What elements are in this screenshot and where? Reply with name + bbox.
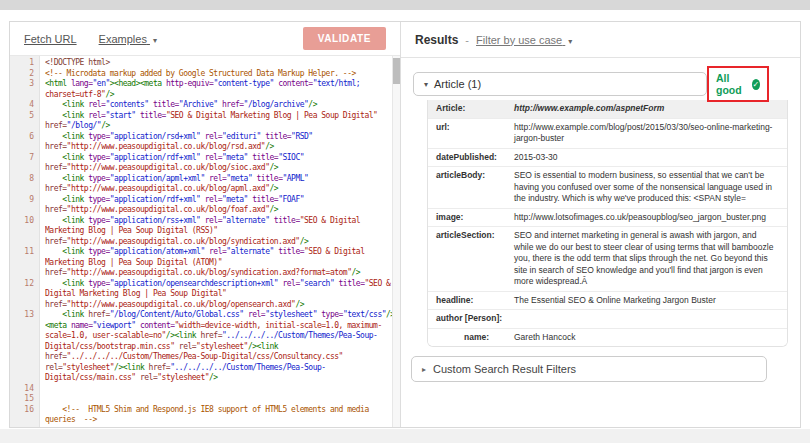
property-label: articleSection: bbox=[428, 230, 514, 288]
line-number: 2 bbox=[10, 69, 40, 80]
line-number: 14 bbox=[10, 384, 40, 395]
line-number: 3 bbox=[10, 79, 40, 100]
property-value: SEO and internet marketing in general is… bbox=[514, 230, 787, 288]
code-line: 12 <link type="application/opensearchdes… bbox=[10, 279, 400, 311]
property-value: The Essential SEO & Online Marketing Jar… bbox=[514, 295, 787, 307]
code-line: 13 <link href="/blog/Content/Auto/Global… bbox=[10, 310, 400, 384]
line-number: 13 bbox=[10, 310, 40, 384]
property-value bbox=[514, 313, 787, 325]
examples-dropdown[interactable]: Examples ▾ bbox=[99, 33, 157, 45]
check-circle-icon: ✓ bbox=[752, 79, 760, 90]
code-line: 14 bbox=[10, 384, 400, 395]
status-badge: All good bbox=[716, 72, 747, 96]
code-lines: 1<!DOCTYPE html>2<!-- Microdata markup a… bbox=[10, 58, 400, 426]
top-strip bbox=[0, 0, 810, 10]
code-line: 4 <link rel="contents" title="Archive" h… bbox=[10, 100, 400, 111]
annotation-box: All good ✓ bbox=[707, 66, 769, 102]
property-label: headline: bbox=[428, 295, 514, 307]
table-row: articleSection:SEO and internet marketin… bbox=[428, 226, 787, 291]
custom-search-result-filters[interactable]: ▸ Custom Search Result Filters bbox=[411, 356, 767, 382]
article-section-row: ▾ Article (1) All good ✓ bbox=[413, 71, 800, 97]
editor-scrollbar[interactable] bbox=[392, 56, 400, 427]
table-row: url:http://www.example.com/blog/post/201… bbox=[428, 118, 787, 148]
structured-data-testing-tool: Fetch URL Examples ▾ VALIDATE 1<!DOCTYPE… bbox=[0, 0, 810, 443]
custom-filters-label: Custom Search Result Filters bbox=[433, 363, 576, 375]
results-title: Results bbox=[415, 33, 458, 47]
property-label: datePublished: bbox=[428, 152, 514, 164]
property-label: url: bbox=[428, 122, 514, 145]
results-header: Results - Filter by use case ▾ bbox=[401, 22, 800, 58]
code-line: 1<!DOCTYPE html> bbox=[10, 58, 400, 69]
results-panel: Results - Filter by use case ▾ ▾ Article… bbox=[401, 22, 800, 427]
code-line: 3<html lang="en"><head><meta http-equiv=… bbox=[10, 79, 400, 100]
property-value: http://www.example.com/aspnetForm bbox=[514, 103, 787, 115]
chevron-down-icon: ▾ bbox=[424, 80, 428, 89]
article-accordion-header[interactable]: ▾ Article (1) bbox=[413, 72, 707, 96]
line-number: 10 bbox=[10, 216, 40, 248]
code-line: 15 bbox=[10, 394, 400, 405]
code-editor[interactable]: 1<!DOCTYPE html>2<!-- Microdata markup a… bbox=[10, 55, 400, 427]
table-row: Article:http://www.example.com/aspnetFor… bbox=[428, 100, 787, 118]
results-separator: - bbox=[465, 34, 469, 46]
table-row: image:http://www.lotsofimages.co.uk/peas… bbox=[428, 208, 787, 227]
code-line: 11 <link type="application/atom+xml" rel… bbox=[10, 247, 400, 279]
code-line: 6 <link type="application/rsd+xml" rel="… bbox=[10, 132, 400, 153]
table-row: datePublished:2015-03-30 bbox=[428, 148, 787, 167]
chevron-down-icon: ▾ bbox=[568, 37, 572, 46]
code-line: 16 <!-- HTML5 Shim and Respond.js IE8 su… bbox=[10, 405, 400, 426]
property-value: http://www.lotsofimages.co.uk/peasoupblo… bbox=[514, 212, 787, 224]
property-value: Gareth Hancock bbox=[514, 332, 787, 344]
property-label: Article: bbox=[428, 103, 514, 115]
code-line: 9 <link type="application/rdf+xml" rel="… bbox=[10, 195, 400, 216]
line-number: 11 bbox=[10, 247, 40, 279]
chevron-right-icon: ▸ bbox=[422, 365, 426, 374]
table-row: name:Gareth Hancock bbox=[428, 328, 787, 347]
line-number: 4 bbox=[10, 100, 40, 111]
property-label: articleBody: bbox=[428, 170, 514, 205]
table-row: author [Person]: bbox=[428, 309, 787, 328]
article-header-label: Article (1) bbox=[434, 78, 481, 90]
line-number: 8 bbox=[10, 174, 40, 195]
validate-button[interactable]: VALIDATE bbox=[303, 27, 386, 50]
property-value: http://www.example.com/blog/post/2015/03… bbox=[514, 122, 787, 145]
code-panel: Fetch URL Examples ▾ VALIDATE 1<!DOCTYPE… bbox=[10, 22, 401, 427]
property-label: image: bbox=[428, 212, 514, 224]
property-value: SEO is essential to modern business, so … bbox=[514, 170, 787, 205]
property-value: 2015-03-30 bbox=[514, 152, 787, 164]
filter-by-use-case-dropdown[interactable]: Filter by use case ▾ bbox=[476, 34, 572, 46]
fetch-url-link[interactable]: Fetch URL bbox=[24, 33, 77, 45]
chevron-down-icon: ▾ bbox=[153, 36, 157, 45]
code-line: 2<!-- Microdata markup added by Google S… bbox=[10, 69, 400, 80]
editor-scrollbar-thumb[interactable] bbox=[393, 58, 400, 84]
line-number: 16 bbox=[10, 405, 40, 426]
line-number: 15 bbox=[10, 394, 40, 405]
code-line: 7 <link type="application/rdf+xml" rel="… bbox=[10, 153, 400, 174]
table-row: articleBody:SEO is essential to modern b… bbox=[428, 166, 787, 208]
bottom-strip bbox=[0, 429, 810, 443]
line-number: 9 bbox=[10, 195, 40, 216]
code-line: 10 <link type="application/rss+xml" rel=… bbox=[10, 216, 400, 248]
property-label: name: bbox=[428, 332, 514, 344]
property-label: author [Person]: bbox=[428, 313, 514, 325]
line-number: 6 bbox=[10, 132, 40, 153]
code-toolbar: Fetch URL Examples ▾ VALIDATE bbox=[10, 22, 400, 55]
line-number: 5 bbox=[10, 111, 40, 132]
table-row: headline:The Essential SEO & Online Mark… bbox=[428, 291, 787, 310]
line-number: 7 bbox=[10, 153, 40, 174]
code-line: 5 <link rel="start" title="SEO & Digital… bbox=[10, 111, 400, 132]
line-number: 1 bbox=[10, 58, 40, 69]
main-card: Fetch URL Examples ▾ VALIDATE 1<!DOCTYPE… bbox=[9, 21, 801, 428]
structured-data-table: Article:http://www.example.com/aspnetFor… bbox=[427, 100, 788, 347]
line-number: 12 bbox=[10, 279, 40, 311]
code-line: 8 <link type="application/apml+xml" rel=… bbox=[10, 174, 400, 195]
